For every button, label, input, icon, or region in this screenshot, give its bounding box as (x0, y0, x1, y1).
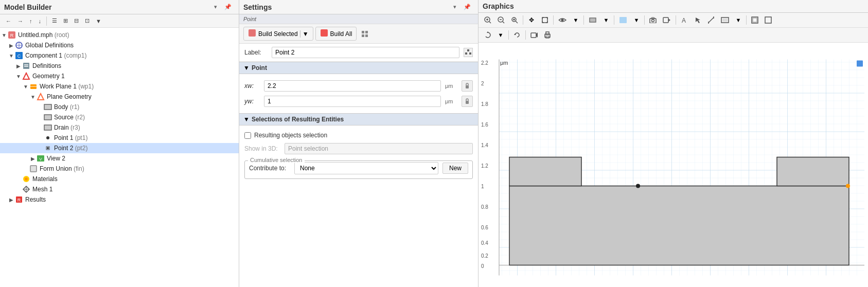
tree-item-planegeom[interactable]: ▼ Plane Geometry (0, 92, 239, 102)
checkbox-label[interactable]: Resulting objects selection (254, 132, 327, 139)
build-selected-btn[interactable]: Build Selected ▼ (243, 27, 313, 41)
menu-btn[interactable]: ▼ (93, 16, 104, 26)
expand-btn[interactable]: ⊞ (61, 16, 70, 26)
tree-item-drain[interactable]: ▶ Drain (r3) (0, 122, 239, 133)
expander-defs[interactable]: ▶ (15, 63, 22, 69)
point1-dot (636, 184, 640, 188)
model-builder-collapse-btn[interactable]: ▾ (211, 2, 220, 12)
settings-icon-btn[interactable] (464, 48, 473, 57)
pan-btn[interactable]: ✥ (525, 14, 538, 26)
svg-text:1: 1 (481, 184, 484, 189)
svg-rect-53 (542, 17, 547, 23)
tree-item-wp1[interactable]: ▼ Work Plane 1 (wp1) (0, 81, 239, 92)
graphics-view[interactable]: 2.2 2 1.8 1.6 1.4 1.2 1 0.8 0.6 0.4 0.2 … (479, 43, 868, 287)
screenshot-btn[interactable] (647, 14, 659, 26)
svg-text:2: 2 (481, 81, 484, 86)
svg-rect-65 (619, 17, 627, 23)
zoom-box-btn[interactable] (508, 14, 521, 26)
annotate-btn[interactable]: A (678, 14, 690, 26)
collapse-btn[interactable]: ⊟ (72, 16, 81, 26)
svg-rect-35 (365, 34, 368, 37)
scene-btn[interactable] (616, 14, 630, 26)
up-btn[interactable]: ↑ (27, 16, 35, 26)
section-point-header[interactable]: ▼ Point (239, 62, 478, 74)
tree-item-materials[interactable]: ▶ Materials (0, 174, 239, 184)
yw-lock-btn[interactable] (462, 96, 473, 107)
model-builder-pin-btn[interactable]: 📌 (221, 2, 235, 12)
tree-item-geom1[interactable]: ▼ Geometry 1 (0, 71, 239, 81)
tree-item-results[interactable]: ▶ R Results (0, 194, 239, 205)
section-selections-header[interactable]: ▼ Selections of Resulting Entities (239, 113, 478, 125)
tree-item-root[interactable]: ▼ R Untitled.mph (root) (0, 30, 239, 40)
settings-extra-btn[interactable] (359, 28, 371, 40)
view-dropdown-btn[interactable]: ▼ (570, 14, 581, 26)
zoom-in-btn[interactable] (482, 14, 494, 26)
expander-global[interactable]: ▶ (8, 43, 14, 48)
toolbar-sep3 (583, 15, 584, 25)
print-btn[interactable] (541, 29, 554, 41)
expander-root[interactable]: ▼ (1, 32, 7, 38)
label-field-input[interactable] (272, 47, 459, 58)
render-mode-dropdown[interactable]: ▼ (733, 14, 744, 26)
settings-collapse-btn[interactable]: ▾ (450, 2, 459, 12)
new-button[interactable]: New (442, 163, 468, 174)
tree-item-mesh1[interactable]: ▶ Mesh 1 (0, 184, 239, 194)
svg-rect-107 (777, 157, 849, 186)
tree-item-pt1[interactable]: ▶ Point 1 (pt1) (0, 133, 239, 143)
point2-dot (846, 184, 850, 188)
xw-label: xw: (244, 82, 260, 89)
tree-item-formunion[interactable]: ▶ Form Union (fin) (0, 164, 239, 174)
build-selected-dropdown[interactable]: ▼ (300, 30, 309, 38)
expander-planegeom[interactable]: ▼ (30, 94, 36, 100)
down-btn[interactable]: ↓ (36, 16, 44, 26)
view-btn[interactable] (556, 14, 569, 26)
render-btn[interactable] (586, 14, 599, 26)
show-all-btn[interactable]: ☰ (49, 16, 60, 26)
xw-lock-btn[interactable] (462, 80, 473, 92)
expander-comp1[interactable]: ▼ (8, 53, 14, 59)
settings-pin-btn[interactable]: 📌 (460, 2, 474, 12)
tree-item-body[interactable]: ▶ Body (r1) (0, 102, 239, 112)
rotate-btn[interactable] (482, 29, 494, 41)
refresh-btn[interactable] (511, 29, 523, 41)
zoom-out-btn[interactable] (495, 14, 507, 26)
tree-item-pt2[interactable]: ▶ Point 2 (pt2) (0, 143, 239, 153)
svg-text:μm: μm (500, 60, 508, 66)
svg-point-62 (561, 19, 564, 22)
measure-btn[interactable] (705, 14, 717, 26)
build-all-btn[interactable]: Build All (315, 27, 357, 41)
tree-item-comp1[interactable]: ▼ C Component 1 (comp1) (0, 50, 239, 61)
expander-geom1[interactable]: ▼ (15, 74, 22, 79)
fullscreen-btn[interactable] (749, 14, 761, 26)
tree-item-global[interactable]: ▶ Global Definitions (0, 40, 239, 50)
section-point-title: Point (252, 64, 267, 71)
forward-btn[interactable]: → (15, 16, 26, 26)
xw-input[interactable] (264, 80, 441, 92)
svg-rect-34 (362, 34, 364, 37)
extra-btn2[interactable] (762, 14, 774, 26)
contribute-select[interactable]: None (294, 162, 438, 174)
video-btn[interactable] (660, 14, 674, 26)
resulting-objects-checkbox[interactable] (244, 132, 251, 139)
render-dropdown-btn[interactable]: ▼ (600, 14, 612, 26)
expander-wp1[interactable]: ▼ (23, 84, 29, 89)
svg-marker-13 (38, 94, 44, 100)
cam-btn[interactable] (528, 29, 540, 41)
svg-text:0.6: 0.6 (481, 225, 488, 230)
expander-view2[interactable]: ▶ (30, 156, 36, 162)
tree-label-comp1: Component 1 (comp1) (25, 52, 86, 59)
rotate-dropdown[interactable]: ▼ (495, 29, 506, 41)
yw-input[interactable] (264, 96, 441, 107)
render-mode-btn[interactable] (718, 14, 732, 26)
toolbar-sep2 (553, 15, 554, 25)
back-btn[interactable]: ← (3, 16, 14, 26)
select-btn[interactable] (692, 14, 704, 26)
zoom-fit-btn[interactable] (539, 14, 551, 26)
tree-item-view2[interactable]: ▶ V View 2 (0, 153, 239, 164)
cumulative-box: Cumulative selection Contribute to: None… (244, 160, 473, 179)
tree-item-defs[interactable]: ▶ Definitions (0, 61, 239, 71)
expander-results[interactable]: ▶ (8, 197, 14, 203)
tree-item-source[interactable]: ▶ Source (r2) (0, 112, 239, 122)
scene-dropdown-btn[interactable]: ▼ (631, 14, 642, 26)
grid-btn[interactable]: ⊡ (82, 16, 92, 26)
